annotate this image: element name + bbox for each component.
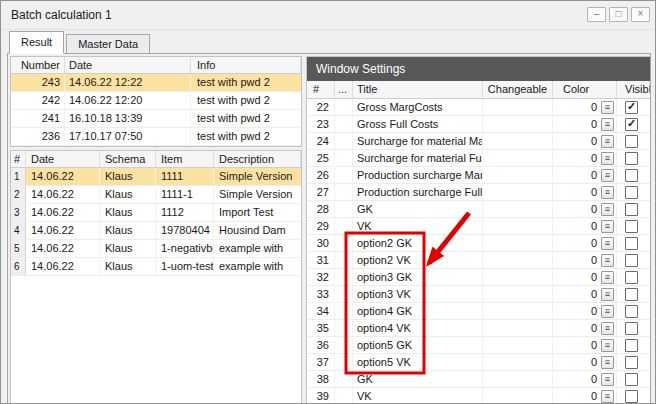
visible-checkbox[interactable] [625, 220, 638, 233]
settings-dots-cell [335, 218, 353, 234]
visible-checkbox[interactable] [625, 135, 638, 148]
tab-result[interactable]: Result [9, 31, 64, 54]
settings-header-color[interactable]: Color [553, 81, 617, 98]
settings-row[interactable]: 23Gross Full Costs0≡✓ [307, 116, 650, 133]
visible-checkbox[interactable]: ✓ [625, 118, 638, 131]
settings-changeable-cell [483, 150, 553, 166]
visible-checkbox[interactable] [625, 390, 638, 403]
settings-dots-cell [335, 269, 353, 285]
visible-checkbox[interactable] [625, 237, 638, 250]
item-row-number-cell: 1 [11, 168, 26, 185]
color-menu-button[interactable]: ≡ [601, 186, 614, 199]
settings-row[interactable]: 31option2 VK0≡ [307, 252, 650, 269]
visible-checkbox[interactable] [625, 356, 638, 369]
settings-row[interactable]: 30option2 GK0≡ [307, 235, 650, 252]
result-row[interactable]: 24116.10.18 13:39test with pwd 2 [11, 110, 301, 128]
settings-changeable-cell [483, 388, 553, 403]
visible-checkbox[interactable] [625, 152, 638, 165]
color-menu-button[interactable]: ≡ [601, 101, 614, 114]
items-header-item[interactable]: Item [156, 151, 214, 167]
settings-row[interactable]: 39VK0≡ [307, 388, 650, 403]
visible-checkbox[interactable] [625, 288, 638, 301]
color-menu-button[interactable]: ≡ [601, 322, 614, 335]
settings-changeable-cell [483, 303, 553, 319]
color-menu-button[interactable]: ≡ [601, 254, 614, 267]
color-menu-button[interactable]: ≡ [601, 271, 614, 284]
settings-title-cell: option3 GK [353, 269, 483, 285]
settings-row[interactable]: 34option4 GK0≡ [307, 303, 650, 320]
color-menu-button[interactable]: ≡ [601, 169, 614, 182]
visible-checkbox[interactable] [625, 254, 638, 267]
settings-header-hash[interactable]: # [307, 81, 335, 98]
results-header-number[interactable]: Number [11, 57, 65, 73]
settings-dots-cell [335, 116, 353, 132]
visible-checkbox[interactable] [625, 186, 638, 199]
item-row-number-cell: 6 [11, 258, 26, 275]
result-row[interactable]: 24314.06.22 12:22test with pwd 2 [11, 74, 301, 92]
items-header-date[interactable]: Date [26, 151, 100, 167]
tab-master-data[interactable]: Master Data [66, 34, 150, 54]
items-header-description[interactable]: Description [214, 151, 301, 167]
color-menu-button[interactable]: ≡ [601, 220, 614, 233]
settings-title-cell: option5 VK [353, 354, 483, 370]
settings-color-value: 0 [591, 150, 597, 166]
settings-row[interactable]: 38GK0≡ [307, 371, 650, 388]
color-menu-button[interactable]: ≡ [601, 339, 614, 352]
settings-row[interactable]: 35option4 VK0≡ [307, 320, 650, 337]
result-row[interactable]: 23617.10.17 07:50test with pwd 2 [11, 128, 301, 146]
color-menu-button[interactable]: ≡ [601, 288, 614, 301]
settings-row[interactable]: 27Production surcharge Full Costs0≡ [307, 184, 650, 201]
settings-row[interactable]: 26Production surcharge MargCosts0≡ [307, 167, 650, 184]
items-header-hash[interactable]: # [11, 151, 26, 167]
item-item-cell: 19780404 [156, 222, 214, 239]
color-menu-button[interactable]: ≡ [601, 356, 614, 369]
item-row[interactable]: 514.06.22Klaus1-negativbcexample with [11, 240, 301, 258]
items-header-schema[interactable]: Schema [100, 151, 156, 167]
item-row[interactable]: 214.06.22Klaus1111-1Simple Version [11, 186, 301, 204]
item-row[interactable]: 114.06.22Klaus1111Simple Version [11, 168, 301, 186]
item-row[interactable]: 614.06.22Klaus1-uom-testexample with [11, 258, 301, 276]
visible-checkbox[interactable] [625, 339, 638, 352]
maximize-button-icon[interactable]: □ [609, 7, 628, 22]
color-menu-button[interactable]: ≡ [601, 373, 614, 386]
visible-checkbox[interactable] [625, 373, 638, 386]
item-row[interactable]: 414.06.22Klaus19780404Housind Dam [11, 222, 301, 240]
settings-header-changeable[interactable]: Changeable [483, 81, 553, 98]
settings-row[interactable]: 25Surcharge for material Full Costs0≡ [307, 150, 650, 167]
visible-checkbox[interactable] [625, 322, 638, 335]
color-menu-button[interactable]: ≡ [601, 152, 614, 165]
settings-header-title[interactable]: Title [353, 81, 483, 98]
visible-checkbox[interactable] [625, 203, 638, 216]
visible-checkbox[interactable] [625, 305, 638, 318]
item-row[interactable]: 314.06.22Klaus1112Import Test [11, 204, 301, 222]
visible-checkbox[interactable] [625, 271, 638, 284]
settings-row[interactable]: 29VK0≡ [307, 218, 650, 235]
results-header-date[interactable]: Date [65, 57, 191, 73]
settings-row[interactable]: 24Surcharge for material MargCosts0≡ [307, 133, 650, 150]
settings-color-cell: 0≡ [553, 269, 617, 285]
color-menu-button[interactable]: ≡ [601, 118, 614, 131]
color-menu-button[interactable]: ≡ [601, 237, 614, 250]
color-menu-button[interactable]: ≡ [601, 135, 614, 148]
menu-icon: ≡ [605, 137, 610, 146]
settings-row[interactable]: 37option5 VK0≡ [307, 354, 650, 371]
close-button-icon[interactable]: × [631, 7, 650, 22]
minimize-button-icon[interactable]: – [587, 7, 606, 22]
settings-header-visible[interactable]: Visible [617, 81, 650, 98]
settings-row[interactable]: 36option5 GK0≡ [307, 337, 650, 354]
results-header-info[interactable]: Info [191, 57, 301, 73]
settings-dots-cell [335, 303, 353, 319]
color-menu-button[interactable]: ≡ [601, 305, 614, 318]
menu-icon: ≡ [605, 341, 610, 350]
settings-row[interactable]: 28GK0≡ [307, 201, 650, 218]
settings-row[interactable]: 33option3 VK0≡ [307, 286, 650, 303]
color-menu-button[interactable]: ≡ [601, 203, 614, 216]
color-menu-button[interactable]: ≡ [601, 390, 614, 403]
result-row[interactable]: 24214.06.22 12:20test with pwd 2 [11, 92, 301, 110]
settings-color-cell: 0≡ [553, 201, 617, 217]
settings-header-dots[interactable]: ... [335, 81, 353, 98]
visible-checkbox[interactable] [625, 169, 638, 182]
settings-row[interactable]: 32option3 GK0≡ [307, 269, 650, 286]
settings-row[interactable]: 22Gross MargCosts0≡✓ [307, 99, 650, 116]
visible-checkbox[interactable]: ✓ [625, 101, 638, 114]
